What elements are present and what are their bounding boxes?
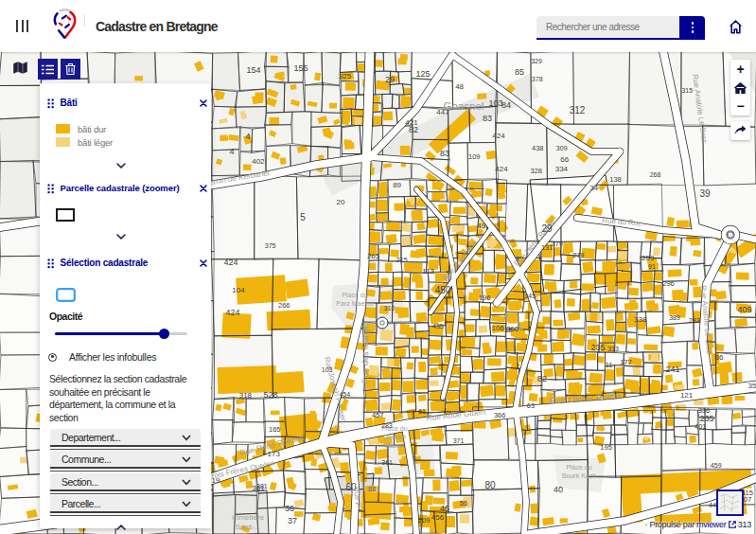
svg-text:4: 4 xyxy=(229,147,234,156)
svg-text:19: 19 xyxy=(212,476,220,485)
svg-text:195: 195 xyxy=(600,443,612,452)
svg-text:154: 154 xyxy=(246,65,260,75)
svg-text:421: 421 xyxy=(405,118,418,127)
svg-text:Place du: Place du xyxy=(342,292,367,298)
svg-text:309: 309 xyxy=(556,145,568,151)
svg-text:165: 165 xyxy=(269,425,281,434)
svg-text:235: 235 xyxy=(590,343,605,352)
svg-text:Goasnel: Goasnel xyxy=(444,100,484,112)
svg-text:36: 36 xyxy=(285,504,294,513)
svg-text:85: 85 xyxy=(515,67,524,77)
svg-text:457: 457 xyxy=(372,411,384,419)
svg-text:113: 113 xyxy=(422,267,434,276)
svg-text:215: 215 xyxy=(396,257,408,263)
svg-text:18: 18 xyxy=(504,327,512,333)
svg-text:91: 91 xyxy=(648,263,656,270)
svg-text:265: 265 xyxy=(367,252,380,260)
svg-text:338: 338 xyxy=(634,315,647,324)
svg-text:196: 196 xyxy=(479,294,491,302)
svg-text:241: 241 xyxy=(665,365,679,374)
svg-text:177: 177 xyxy=(620,358,632,366)
svg-text:424: 424 xyxy=(495,165,508,173)
svg-text:Rue des Martyrs: Rue des Martyrs xyxy=(360,320,370,383)
svg-text:Docteur: Docteur xyxy=(383,434,407,440)
svg-text:29: 29 xyxy=(385,75,395,84)
svg-text:109: 109 xyxy=(468,152,481,161)
svg-text:66: 66 xyxy=(560,155,569,164)
svg-text:409: 409 xyxy=(737,305,751,314)
svg-text:104: 104 xyxy=(232,286,245,294)
svg-text:39: 39 xyxy=(699,188,711,199)
svg-text:Saint-...: Saint-... xyxy=(236,523,260,531)
svg-text:29: 29 xyxy=(541,223,553,234)
svg-text:361: 361 xyxy=(381,459,393,466)
svg-text:375: 375 xyxy=(265,242,276,249)
svg-text:138: 138 xyxy=(609,175,622,184)
svg-text:40: 40 xyxy=(554,485,563,494)
svg-text:402: 402 xyxy=(252,157,265,166)
svg-text:173: 173 xyxy=(268,450,281,458)
svg-text:106: 106 xyxy=(492,324,505,332)
svg-text:Parz Maelou: Parz Maelou xyxy=(336,300,373,307)
svg-text:61: 61 xyxy=(418,408,426,415)
svg-text:361: 361 xyxy=(252,484,265,492)
svg-text:46: 46 xyxy=(440,504,449,513)
svg-text:528: 528 xyxy=(263,390,277,400)
svg-text:209: 209 xyxy=(418,516,431,525)
svg-text:121: 121 xyxy=(680,391,694,400)
svg-text:88: 88 xyxy=(368,485,376,493)
svg-text:389: 389 xyxy=(669,314,680,321)
svg-text:459: 459 xyxy=(711,462,722,469)
svg-text:36: 36 xyxy=(715,353,724,362)
svg-text:Bourk Kozh: Bourk Kozh xyxy=(562,472,596,479)
svg-text:334: 334 xyxy=(555,165,569,173)
svg-text:435: 435 xyxy=(432,323,444,329)
svg-text:11: 11 xyxy=(606,361,613,369)
svg-text:35: 35 xyxy=(748,382,756,390)
svg-text:283: 283 xyxy=(689,316,701,325)
svg-text:450: 450 xyxy=(435,285,451,295)
svg-text:5: 5 xyxy=(300,212,306,222)
svg-text:336: 336 xyxy=(698,406,711,415)
svg-text:103: 103 xyxy=(322,366,333,373)
svg-text:401: 401 xyxy=(694,422,707,431)
svg-text:89: 89 xyxy=(393,181,401,189)
svg-text:312: 312 xyxy=(570,105,586,116)
svg-text:318: 318 xyxy=(239,391,253,400)
svg-text:424: 424 xyxy=(492,132,505,140)
svg-text:454: 454 xyxy=(339,391,350,398)
svg-text:283: 283 xyxy=(381,422,393,429)
svg-text:155: 155 xyxy=(293,63,308,73)
svg-text:266: 266 xyxy=(278,301,290,310)
svg-text:63: 63 xyxy=(527,401,535,410)
svg-text:48: 48 xyxy=(455,82,464,91)
svg-text:259: 259 xyxy=(642,254,655,262)
svg-text:56: 56 xyxy=(460,499,467,507)
svg-text:310: 310 xyxy=(384,305,396,312)
svg-text:345: 345 xyxy=(524,292,536,300)
svg-text:379: 379 xyxy=(551,240,563,248)
svg-text:315: 315 xyxy=(681,87,693,94)
svg-text:366: 366 xyxy=(494,411,506,419)
svg-text:80: 80 xyxy=(484,480,496,490)
svg-text:125: 125 xyxy=(415,69,430,79)
svg-text:371: 371 xyxy=(453,437,465,444)
svg-text:456: 456 xyxy=(431,513,445,522)
svg-text:313: 313 xyxy=(607,346,619,352)
svg-text:34: 34 xyxy=(589,184,598,192)
svg-text:378: 378 xyxy=(532,76,543,82)
svg-text:Cimetière: Cimetière xyxy=(232,513,265,522)
svg-text:49: 49 xyxy=(477,222,485,230)
svg-text:296: 296 xyxy=(662,279,675,288)
svg-text:20: 20 xyxy=(336,198,344,206)
svg-text:268: 268 xyxy=(650,171,661,178)
svg-text:424: 424 xyxy=(225,308,239,317)
svg-text:4: 4 xyxy=(245,132,250,141)
svg-text:328: 328 xyxy=(531,167,543,175)
svg-text:447: 447 xyxy=(436,108,449,116)
svg-text:82: 82 xyxy=(537,374,547,383)
svg-text:Place du: Place du xyxy=(566,464,591,471)
svg-text:37: 37 xyxy=(288,516,297,525)
svg-text:Raoult: Raoult xyxy=(385,442,404,449)
svg-text:424: 424 xyxy=(223,258,237,267)
